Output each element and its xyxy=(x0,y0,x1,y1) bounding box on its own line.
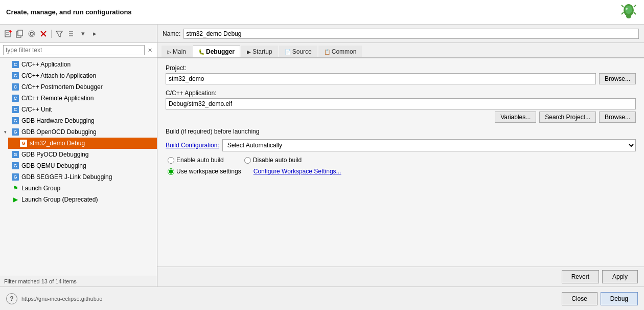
window-title: Create, manage, and run configurations xyxy=(6,8,132,16)
filter-clear-button[interactable]: ✕ xyxy=(146,46,154,54)
bottom-left: ? https://gnu-mcu-eclipse.github.io xyxy=(6,293,102,304)
expand-button[interactable] xyxy=(66,29,76,39)
stm32-debug-icon: G xyxy=(19,139,28,147)
tree-item-cpp-remote[interactable]: C C/C++ Remote Application xyxy=(0,93,157,104)
tab-common-label: Common xyxy=(332,48,357,55)
cpp-app-icon: C xyxy=(11,60,19,69)
more-button[interactable]: ▸ xyxy=(89,29,100,39)
svg-line-6 xyxy=(634,12,636,14)
tree-item-gdb-pyocd[interactable]: G GDB PyOCD Debugging xyxy=(0,149,157,160)
tree-item-gdb-hardware[interactable]: G GDB Hardware Debugging xyxy=(0,115,157,126)
name-label: Name: xyxy=(163,30,180,37)
bottom-bar: ? https://gnu-mcu-eclipse.github.io Clos… xyxy=(0,286,644,310)
tab-startup-label: Startup xyxy=(252,48,272,55)
svg-point-15 xyxy=(30,32,33,35)
app-group: C/C++ Application: Variables... Search P… xyxy=(166,90,636,123)
tree-item-gdb-segger[interactable]: G GDB SEGGER J-Link Debugging xyxy=(0,171,157,183)
apply-revert-row: Revert Apply xyxy=(157,267,644,286)
debug-button[interactable]: Debug xyxy=(601,292,638,305)
gdb-hardware-icon: G xyxy=(11,117,19,125)
svg-point-7 xyxy=(626,14,631,18)
gdb-pyocd-icon: G xyxy=(11,150,19,159)
close-button[interactable]: Close xyxy=(562,292,597,305)
svg-point-2 xyxy=(626,8,628,10)
revert-button[interactable]: Revert xyxy=(562,270,599,283)
gdb-segger-icon: G xyxy=(11,173,19,181)
left-toolbar: ▾ ▸ xyxy=(0,25,157,43)
build-section-title: Build (if required) before launching xyxy=(166,128,636,135)
tree-item-label: stm32_demo Debug xyxy=(30,140,85,147)
tree-item-label: GDB SEGGER J-Link Debugging xyxy=(21,173,112,181)
project-field-row: Browse... xyxy=(166,73,636,84)
svg-line-4 xyxy=(634,5,636,7)
tree-item-stm32-debug[interactable]: G stm32_demo Debug xyxy=(8,138,157,149)
build-config-link[interactable]: Build Configuration: xyxy=(166,142,219,149)
configure-workspace-link[interactable]: Configure Workspace Settings... xyxy=(254,168,341,175)
tab-debugger[interactable]: 🐛 Debugger xyxy=(193,46,240,57)
tab-main[interactable]: ▷ Main xyxy=(162,46,192,57)
gdb-qemu-icon: G xyxy=(11,162,19,170)
svg-rect-14 xyxy=(18,30,22,36)
tab-startup[interactable]: ▶ Startup xyxy=(241,46,278,57)
enable-auto-build-input[interactable] xyxy=(168,157,174,164)
filter-button[interactable] xyxy=(54,29,64,39)
duplicate-config-button[interactable] xyxy=(15,29,25,39)
variables-button[interactable]: Variables... xyxy=(495,112,536,123)
tree-item-label: Launch Group (Deprecated) xyxy=(21,196,98,203)
tree-item-cpp-unit[interactable]: C C/C++ Unit xyxy=(0,104,157,115)
settings-button[interactable] xyxy=(27,29,37,39)
workspace-settings-radio[interactable]: Use workspace settings xyxy=(168,168,241,175)
delete-config-button[interactable] xyxy=(38,29,49,39)
name-input[interactable] xyxy=(183,29,639,39)
launch-dep-icon: ▶ xyxy=(11,195,19,204)
tree-item-cpp-app[interactable]: C C/C++ Application xyxy=(0,59,157,70)
bottom-url: https://gnu-mcu-eclipse.github.io xyxy=(21,296,102,302)
tree-item-label: C/C++ Postmortem Debugger xyxy=(21,83,103,91)
tree-item-launch-group[interactable]: ⚑ Launch Group xyxy=(0,183,157,194)
tree-item-label: GDB PyOCD Debugging xyxy=(21,151,88,158)
svg-line-5 xyxy=(622,12,624,14)
build-group: Build (if required) before launching Bui… xyxy=(166,128,636,175)
search-project-button[interactable]: Search Project... xyxy=(539,112,596,123)
tree-item-cpp-postmortem[interactable]: C C/C++ Postmortem Debugger xyxy=(0,81,157,93)
new-config-button[interactable] xyxy=(3,29,13,39)
project-browse-button[interactable]: Browse... xyxy=(599,73,636,84)
workspace-settings-label: Use workspace settings xyxy=(176,168,241,175)
app-browse-button[interactable]: Browse... xyxy=(599,112,636,123)
project-group: Project: Browse... xyxy=(166,64,636,84)
debugger-tab-icon: 🐛 xyxy=(198,49,204,55)
tree-item-label: C/C++ Application xyxy=(21,61,71,68)
svg-marker-19 xyxy=(56,31,62,37)
expand-icon[interactable] xyxy=(4,129,10,135)
main-area: ▾ ▸ ✕ C C/C++ Application C C/C++ Attach… xyxy=(0,25,644,286)
tree-item-launch-group-deprecated[interactable]: ▶ Launch Group (Deprecated) xyxy=(0,194,157,205)
startup-tab-icon: ▶ xyxy=(247,49,251,55)
tab-source[interactable]: 📄 Source xyxy=(279,46,317,57)
app-input[interactable] xyxy=(166,98,636,109)
filter-input[interactable] xyxy=(3,45,145,55)
project-input[interactable] xyxy=(166,73,596,84)
disable-auto-build-input[interactable] xyxy=(244,157,251,164)
project-label: Project: xyxy=(166,64,636,72)
toolbar-sep xyxy=(51,30,52,38)
tree-item-cpp-attach[interactable]: C C/C++ Attach to Application xyxy=(0,70,157,81)
svg-point-16 xyxy=(29,31,35,37)
tree-item-gdb-openocd[interactable]: G GDB OpenOCD Debugging xyxy=(0,126,157,138)
filter-row: ✕ xyxy=(0,43,157,58)
tab-debugger-label: Debugger xyxy=(206,48,235,55)
tree-item-label: GDB OpenOCD Debugging xyxy=(21,128,97,136)
build-config-select[interactable]: Select Automatically Debug Release xyxy=(222,139,636,151)
help-button[interactable]: ? xyxy=(6,293,17,304)
config-tree: C C/C++ Application C C/C++ Attach to Ap… xyxy=(0,58,157,276)
apply-button[interactable]: Apply xyxy=(602,270,638,283)
enable-auto-build-radio[interactable]: Enable auto build xyxy=(168,157,224,164)
right-panel: Name: ▷ Main 🐛 Debugger ▶ Startup � xyxy=(157,25,644,286)
tabs-row: ▷ Main 🐛 Debugger ▶ Startup 📄 Source 📋 xyxy=(157,43,644,58)
tab-common[interactable]: 📋 Common xyxy=(318,46,362,57)
tree-item-gdb-qemu[interactable]: G GDB QEMU Debugging xyxy=(0,160,157,171)
svg-line-3 xyxy=(622,5,624,7)
collapse-button[interactable]: ▾ xyxy=(78,29,88,39)
disable-auto-build-radio[interactable]: Disable auto build xyxy=(244,157,302,164)
workspace-settings-input[interactable] xyxy=(168,168,174,175)
svg-point-1 xyxy=(625,6,632,14)
